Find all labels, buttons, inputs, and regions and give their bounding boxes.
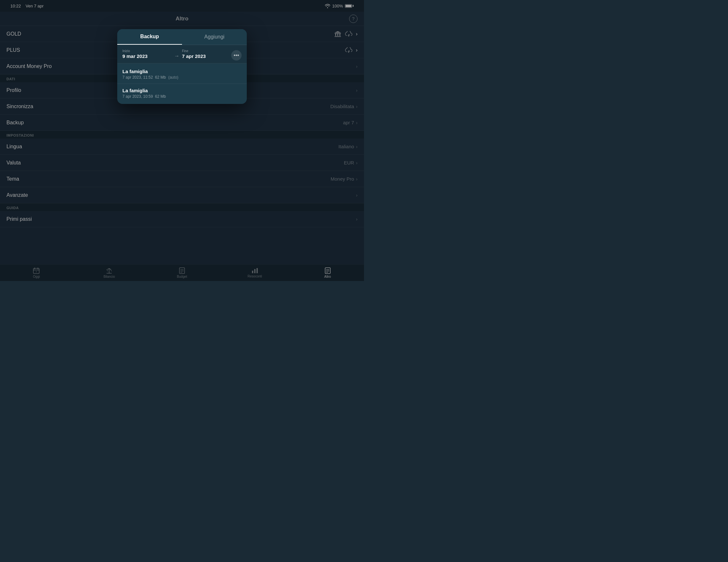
start-value: 9 mar 2023 bbox=[122, 53, 172, 59]
backup-item-1-name: La famiglia bbox=[122, 88, 242, 93]
start-label: Inizio bbox=[122, 49, 172, 53]
backup-item-1-meta: 7 apr 2023, 10:59 62 Mb bbox=[122, 94, 242, 99]
date-range-arrow: → bbox=[174, 49, 179, 59]
modal-header: Backup Aggiungi bbox=[117, 29, 247, 45]
date-range-bar: Inizio 9 mar 2023 → Fine 7 apr 2023 ••• bbox=[117, 45, 247, 63]
end-value: 7 apr 2023 bbox=[182, 53, 231, 59]
backup-item-0[interactable]: La famiglia 7 apr 2023, 11:52 62 Mb (aut… bbox=[117, 65, 247, 84]
date-range-end: Fine 7 apr 2023 bbox=[182, 49, 231, 59]
backup-modal: Backup Aggiungi Inizio 9 mar 2023 → Fine… bbox=[117, 29, 247, 104]
modal-overlay: Backup Aggiungi Inizio 9 mar 2023 → Fine… bbox=[0, 0, 364, 281]
backup-list: La famiglia 7 apr 2023, 11:52 62 Mb (aut… bbox=[117, 63, 247, 104]
modal-tab-aggiungi[interactable]: Aggiungi bbox=[182, 29, 247, 45]
date-range-more-button[interactable]: ••• bbox=[231, 50, 242, 61]
date-range-start: Inizio 9 mar 2023 bbox=[122, 49, 172, 59]
backup-item-0-meta: 7 apr 2023, 11:52 62 Mb (auto) bbox=[122, 75, 242, 80]
backup-item-1[interactable]: La famiglia 7 apr 2023, 10:59 62 Mb bbox=[117, 84, 247, 103]
backup-item-0-name: La famiglia bbox=[122, 69, 242, 74]
modal-tab-backup[interactable]: Backup bbox=[117, 29, 182, 45]
end-label: Fine bbox=[182, 49, 231, 53]
